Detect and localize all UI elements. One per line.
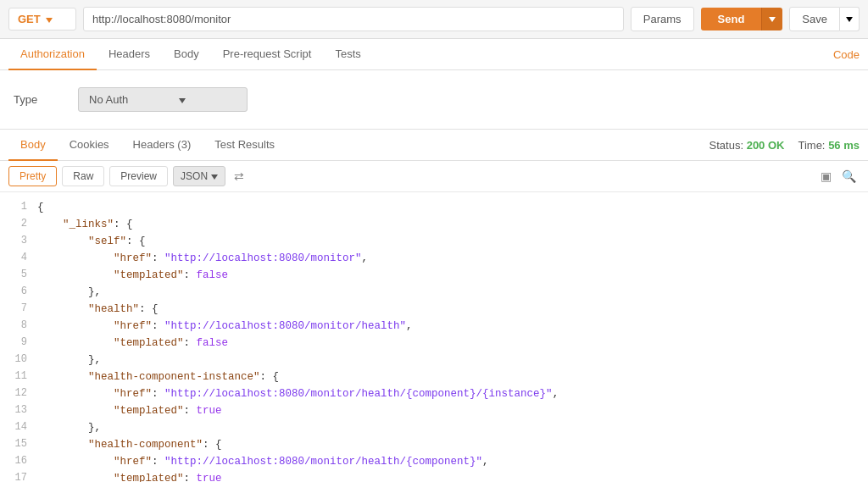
line-content: "_links": { [37,216,861,233]
line-number: 9 [7,335,37,352]
table-row: 2 "_links": { [0,216,868,233]
line-content: "href": "http://localhost:8080/monitor", [37,250,861,267]
format-value: JSON [181,170,208,182]
code-link[interactable]: Code [833,48,860,61]
table-row: 12 "href": "http://localhost:8080/monito… [0,385,868,402]
body-actions: ▣ 🔍 [817,166,860,186]
method-dropdown[interactable]: GET [8,8,76,30]
auth-section: Type No Auth [0,70,868,130]
tab-authorization[interactable]: Authorization [8,39,97,70]
format-dropdown[interactable]: JSON [173,166,225,186]
table-row: 13 "templated": true [0,402,868,419]
response-status-area: Status: 200 OK Time: 56 ms [709,139,860,152]
tab-headers[interactable]: Headers [97,39,162,70]
send-dropdown-button[interactable] [761,8,782,30]
line-number: 3 [7,233,37,250]
line-number: 4 [7,250,37,267]
status-label: Status: 200 OK [709,139,785,152]
raw-button[interactable]: Raw [62,166,104,186]
pretty-button[interactable]: Pretty [8,166,57,186]
table-row: 7 "health": { [0,301,868,318]
send-button-group: Send [701,8,783,30]
line-content: }, [37,284,861,301]
line-content: "templated": true [37,470,861,482]
line-content: "templated": false [37,267,861,284]
table-row: 17 "templated": true [0,470,868,482]
line-number: 8 [7,318,37,335]
auth-type-dropdown[interactable]: No Auth [78,87,248,112]
res-tab-test-results[interactable]: Test Results [203,130,287,161]
line-content: "href": "http://localhost:8080/monitor/h… [37,318,861,335]
line-content: "health-component": { [37,436,861,453]
status-value: 200 OK [747,139,785,152]
params-button[interactable]: Params [631,7,694,31]
line-content: "href": "http://localhost:8080/monitor/h… [37,453,861,470]
auth-chevron-icon [179,93,186,106]
table-row: 10 }, [0,352,868,368]
url-input[interactable] [83,7,624,31]
request-tabs: Authorization Headers Body Pre-request S… [0,39,868,70]
line-number: 10 [7,352,37,368]
table-row: 9 "templated": false [0,335,868,352]
table-row: 4 "href": "http://localhost:8080/monitor… [0,250,868,267]
line-number: 1 [7,199,37,216]
res-tab-body[interactable]: Body [8,130,58,161]
line-number: 7 [7,301,37,318]
response-code-area: 1{2 "_links": {3 "self": {4 "href": "htt… [0,192,868,482]
save-button[interactable]: Save [789,7,840,31]
format-chevron-icon [211,170,218,182]
line-content: }, [37,352,861,368]
line-number: 6 [7,284,37,301]
line-number: 11 [7,368,37,385]
wrap-icon[interactable]: ⇄ [231,166,248,186]
preview-button[interactable]: Preview [109,166,168,186]
response-tabs: Body Cookies Headers (3) Test Results St… [0,130,868,161]
line-number: 12 [7,385,37,402]
auth-type-row: Type No Auth [14,87,854,112]
line-number: 2 [7,216,37,233]
line-content: { [37,199,861,216]
line-content: "templated": true [37,402,861,419]
line-content: "templated": false [37,335,861,352]
line-content: "health": { [37,301,861,318]
send-button[interactable]: Send [701,8,762,30]
copy-icon[interactable]: ▣ [817,166,835,186]
line-content: "href": "http://localhost:8080/monitor/h… [37,385,861,402]
save-button-group: Save [789,7,860,31]
line-number: 14 [7,419,37,436]
request-toolbar: GET Params Send Save [0,0,868,39]
table-row: 11 "health-component-instance": { [0,368,868,385]
line-number: 17 [7,470,37,482]
table-row: 8 "href": "http://localhost:8080/monitor… [0,318,868,335]
body-toolbar: Pretty Raw Preview JSON ⇄ ▣ 🔍 [0,161,868,192]
table-row: 14 }, [0,419,868,436]
table-row: 6 }, [0,284,868,301]
line-number: 13 [7,402,37,419]
tab-tests[interactable]: Tests [323,39,372,70]
method-chevron-icon [46,13,53,25]
table-row: 1{ [0,199,868,216]
res-tab-headers[interactable]: Headers (3) [121,130,203,161]
auth-type-label: Type [14,93,64,106]
table-row: 15 "health-component": { [0,436,868,453]
line-content: "self": { [37,233,861,250]
time-label: Time: 56 ms [798,139,860,152]
method-value: GET [18,13,41,25]
line-content: }, [37,419,861,436]
line-number: 16 [7,453,37,470]
line-content: "health-component-instance": { [37,368,861,385]
search-icon[interactable]: 🔍 [838,166,860,186]
table-row: 16 "href": "http://localhost:8080/monito… [0,453,868,470]
tab-body[interactable]: Body [162,39,211,70]
line-number: 15 [7,436,37,453]
tab-prerequest[interactable]: Pre-request Script [211,39,324,70]
line-number: 5 [7,267,37,284]
res-tab-cookies[interactable]: Cookies [58,130,121,161]
auth-type-value: No Auth [89,93,128,106]
table-row: 3 "self": { [0,233,868,250]
save-dropdown-button[interactable] [840,7,860,31]
time-value: 56 ms [828,139,860,152]
table-row: 5 "templated": false [0,267,868,284]
